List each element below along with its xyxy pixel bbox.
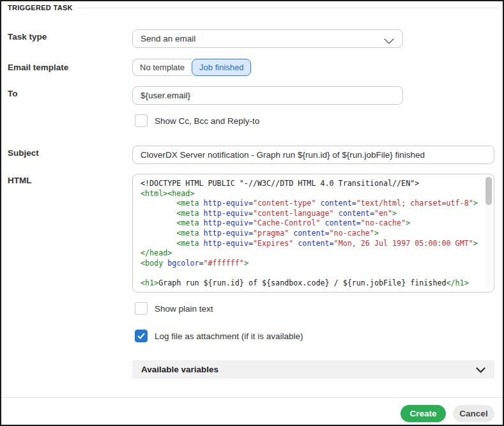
log-attachment-row: Log file as attachment (if it is availab… xyxy=(135,330,303,342)
to-label: To xyxy=(8,89,18,98)
chevron-down-icon xyxy=(476,364,485,376)
triggered-task-panel: TRIGGERED TASK Task type Send an email E… xyxy=(0,0,504,426)
show-plain-text-label: Show plain text xyxy=(155,304,213,314)
html-label: HTML xyxy=(8,176,32,185)
panel-title: TRIGGERED TASK xyxy=(8,4,73,11)
scrollbar-thumb[interactable] xyxy=(485,177,492,205)
panel-title-rule xyxy=(77,8,498,8)
show-plain-text-checkbox[interactable] xyxy=(135,302,148,315)
show-cc-checkbox[interactable] xyxy=(135,114,148,127)
create-button[interactable]: Create xyxy=(401,405,446,422)
footer-divider xyxy=(1,397,503,398)
subject-label: Subject xyxy=(8,148,39,158)
show-plain-text-row: Show plain text xyxy=(135,302,213,315)
log-attachment-checkbox[interactable] xyxy=(135,330,148,342)
available-variables-header[interactable]: Available variables xyxy=(132,360,494,379)
show-cc-row: Show Cc, Bcc and Reply-to xyxy=(135,114,259,127)
log-attachment-label: Log file as attachment (if it is availab… xyxy=(155,331,303,341)
chevron-down-icon xyxy=(384,36,394,46)
cancel-button[interactable]: Cancel xyxy=(453,405,494,422)
email-template-label: Email template xyxy=(8,63,68,72)
to-input[interactable] xyxy=(132,86,403,105)
available-variables-title: Available variables xyxy=(141,365,218,374)
task-type-label: Task type xyxy=(8,32,47,42)
email-template-toggle: No template Job finished xyxy=(132,59,251,76)
email-template-option-no-template[interactable]: No template xyxy=(132,59,192,76)
checkmark-icon xyxy=(137,333,145,339)
code-editor-scrollbar[interactable] xyxy=(485,176,492,289)
html-code-editor[interactable]: <!DOCTYPE HTML PUBLIC "-//W3C//DTD HTML … xyxy=(132,174,494,293)
task-type-selected-value: Send an email xyxy=(141,34,195,43)
task-type-select[interactable]: Send an email xyxy=(132,29,403,48)
show-cc-label: Show Cc, Bcc and Reply-to xyxy=(155,116,259,126)
email-template-option-job-finished[interactable]: Job finished xyxy=(192,59,251,76)
subject-input[interactable] xyxy=(132,146,494,164)
